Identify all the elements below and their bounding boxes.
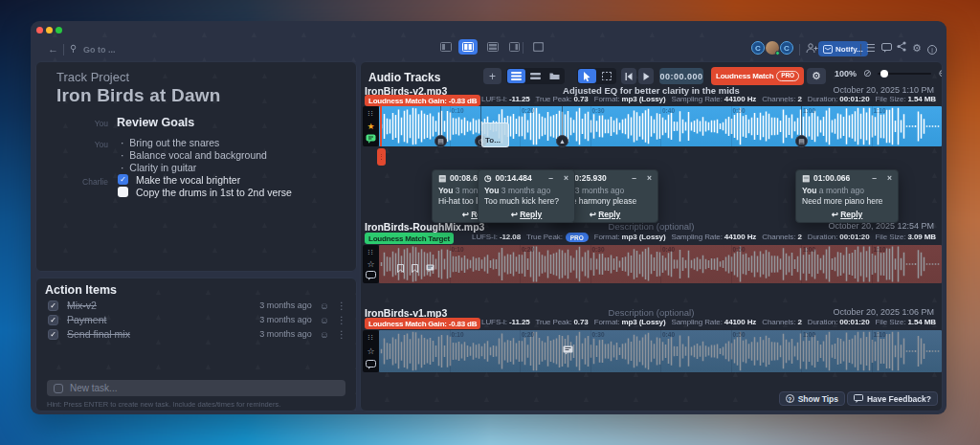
star-icon[interactable]: ☆ — [365, 258, 377, 270]
comment-marker-comment-icon[interactable]: ▤ — [434, 135, 447, 147]
review-author-2: You — [70, 140, 108, 149]
reaction-icon[interactable]: ☺ — [320, 315, 329, 325]
play-button[interactable] — [638, 68, 654, 84]
playhead[interactable] — [380, 106, 382, 146]
popup-close-icon[interactable]: × — [564, 173, 568, 183]
folder-view-button[interactable] — [546, 69, 564, 83]
audio-tracks-title: Audio Tracks — [368, 71, 440, 84]
popup-minimize-icon[interactable]: – — [632, 173, 636, 183]
reaction-icon[interactable]: ☺ — [320, 300, 329, 311]
bookmark-icon[interactable] — [412, 259, 418, 277]
info-icon[interactable]: i — [927, 43, 937, 55]
columns-view-icon[interactable] — [458, 39, 478, 55]
timeline-tick: 1:00 — [803, 331, 815, 338]
drag-handle-icon[interactable]: ⁝⁝ — [365, 108, 377, 120]
comment-bubble-icon[interactable] — [365, 133, 377, 145]
timeline-tick: 0:40 — [662, 107, 675, 114]
action-item-checkbox[interactable]: ✓ — [48, 300, 58, 311]
popup-reply-link[interactable]: ↩ Reply — [796, 207, 898, 222]
action-item-checkbox[interactable]: ✓ — [48, 329, 58, 340]
action-item-label: Send final mix — [67, 328, 259, 340]
popup-reply-link[interactable]: ↩ Reply — [479, 207, 574, 222]
view-mode-group — [506, 68, 565, 84]
zoom-slider[interactable] — [878, 73, 931, 75]
compact-view-button[interactable] — [526, 69, 545, 83]
zoom-controls: 100% ⊘ ⊕ — [835, 68, 943, 78]
checkbox-unchecked[interactable] — [118, 187, 128, 197]
comment-marker-warning-icon[interactable]: ▲ — [556, 135, 568, 147]
track-waveform[interactable]: 0:100:200:300:400:501:001:10 — [379, 245, 942, 283]
zoom-slider-knob[interactable] — [880, 70, 888, 78]
panel-icon[interactable] — [504, 39, 523, 55]
close-button[interactable] — [36, 27, 43, 33]
avatar-collaborator-1[interactable]: C — [751, 41, 765, 55]
track-date: October 20, 2025 1:06 PM — [833, 307, 934, 317]
timeline-tick: 0:50 — [733, 331, 746, 338]
rows-view-icon[interactable] — [483, 39, 502, 55]
popup-close-icon[interactable]: × — [647, 173, 652, 183]
skip-start-button[interactable] — [621, 68, 636, 84]
track3-comment-indicator[interactable] — [563, 345, 575, 355]
track-gutter: ⁝⁝☆ — [363, 245, 379, 283]
stat-item: File Size:3.09 MB — [876, 233, 936, 241]
drag-handle-icon[interactable]: ⁝⁝ — [365, 332, 377, 344]
item-menu-icon[interactable]: ⋮ — [337, 315, 346, 325]
playhead-pin[interactable]: ⋮ — [377, 148, 386, 166]
star-icon[interactable]: ★ — [365, 121, 377, 132]
comment-bubble-icon[interactable] — [365, 270, 377, 281]
action-item-checkbox[interactable]: ✓ — [48, 315, 58, 325]
add-user-icon[interactable] — [806, 43, 818, 56]
marquee-tool-button[interactable] — [597, 69, 615, 83]
new-task-placeholder: New task... — [70, 383, 117, 393]
stat-item: True Peak:0.73 — [536, 95, 589, 103]
stat-item: Sampling Rate:44100 Hz — [672, 318, 757, 326]
comment-box-icon[interactable] — [426, 259, 434, 277]
comments-icon[interactable] — [881, 43, 892, 55]
zoom-button[interactable] — [56, 27, 62, 33]
item-menu-icon[interactable]: ⋮ — [337, 300, 346, 311]
pointer-tool-button[interactable] — [578, 69, 596, 83]
track-date: October 20, 2025 1:10 PM — [833, 85, 934, 95]
minimize-button[interactable] — [46, 27, 53, 33]
zoom-out-icon[interactable]: ⊘ — [863, 68, 871, 78]
track2-markers — [397, 259, 434, 277]
settings-gear-icon[interactable]: ⚙ — [912, 42, 922, 55]
list-view-button[interactable] — [507, 69, 525, 83]
loudness-settings-button[interactable]: ⚙ — [807, 68, 826, 84]
back-icon[interactable]: ← — [48, 43, 58, 55]
reaction-icon[interactable]: ☺ — [320, 329, 329, 340]
bookmark-icon[interactable] — [397, 259, 404, 277]
track-stats: LUFS-I:-12.08True Peak:PROFormat:mp3 (Lo… — [472, 233, 936, 241]
share-icon[interactable] — [897, 41, 906, 54]
track-loudness-badge: Loudness Match Gain: -0.83 dB — [365, 318, 480, 329]
popup-minimize-icon[interactable]: – — [548, 173, 553, 183]
popup-close-icon[interactable]: × — [887, 173, 892, 183]
star-icon[interactable]: ☆ — [365, 345, 377, 357]
app-version: Opusonix Studio 16.4 — [859, 410, 937, 412]
item-menu-icon[interactable]: ⋮ — [337, 329, 346, 340]
comment-marker-comment-icon[interactable]: ▤ — [795, 135, 808, 147]
drag-handle-icon[interactable]: ⁝⁝ — [365, 247, 377, 258]
panel-left-icon[interactable] — [436, 39, 456, 55]
track-waveform[interactable]: 0:100:200:300:400:501:001:10 — [379, 106, 942, 146]
have-feedback-button[interactable]: Have Feedback? — [847, 391, 938, 406]
add-track-button[interactable]: + — [483, 68, 501, 84]
list-icon[interactable]: ☰ — [866, 42, 876, 55]
loudness-match-button[interactable]: Loudness Match PRO — [711, 67, 804, 85]
project-title: Iron Birds at Dawn — [56, 85, 220, 106]
goto-search-input[interactable]: Go to ... — [83, 45, 116, 55]
desktop-background: ▲▲▲▲▲▲▲▲▲▲▲▲▲▲▲▲▲▲▲▲▲▲▲▲▲▲▲▲▲▲▲▲▲▲▲▲▲▲▲▲… — [0, 0, 980, 445]
review-check-row: ✓Make the vocal brighter — [118, 174, 292, 185]
search-icon[interactable]: ⚲ — [70, 43, 77, 54]
comment-bubble-icon[interactable] — [365, 359, 377, 370]
avatar-collaborator-2[interactable] — [766, 41, 779, 55]
avatar-collaborator-3[interactable]: C — [780, 41, 793, 55]
checkbox-checked[interactable]: ✓ — [118, 174, 128, 185]
new-task-input[interactable]: New task... — [47, 380, 345, 396]
frame-icon[interactable] — [528, 39, 547, 55]
show-tips-button[interactable]: ? Show Tips — [779, 391, 845, 406]
track-waveform[interactable]: 0:100:200:300:400:501:001:10 — [379, 330, 942, 372]
zoom-in-icon[interactable]: ⊕ — [938, 68, 943, 78]
popup-minimize-icon[interactable]: – — [872, 173, 877, 183]
titlebar-separator-3 — [860, 44, 861, 56]
